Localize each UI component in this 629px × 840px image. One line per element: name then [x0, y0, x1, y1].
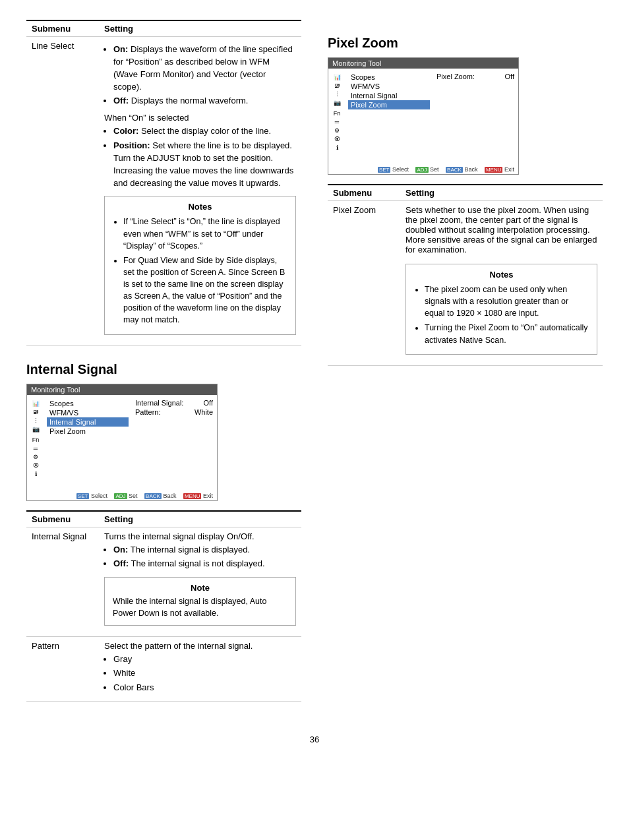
- line-select-submenu: Line Select: [26, 37, 99, 346]
- icon-wfm-p: 🖳: [331, 82, 343, 89]
- footer-btn-adj-1: ADJ: [114, 493, 127, 499]
- right-column: Pixel Zoom Monitoring Tool 📊 🖳 ⋮ 📷 Fn ═ …: [328, 20, 603, 715]
- menu-wfm-p: WFM/VS: [348, 82, 430, 91]
- menu-scopes-p: Scopes: [348, 73, 430, 82]
- content-row-pattern: Pattern: White: [135, 408, 213, 416]
- content-label-internal: Internal Signal:: [135, 399, 183, 407]
- note-text-internal: While the internal signal is displayed, …: [113, 595, 287, 619]
- internal-signal-setting: Turns the internal signal display On/Off…: [99, 527, 301, 636]
- table-row-pixel-zoom: Pixel Zoom Sets whether to use the pixel…: [328, 201, 603, 366]
- pixel-zoom-heading: Pixel Zoom: [328, 36, 603, 51]
- internal-signal-heading: Internal Signal: [26, 362, 301, 377]
- pattern-submenu: Pattern: [26, 636, 99, 702]
- icon-scopes: 📊: [30, 400, 42, 407]
- notes-box-pixel: Notes The pixel zoom can be used only wh…: [405, 264, 597, 355]
- monitor-icons-pixel: 📊 🖳 ⋮ 📷 Fn ═ ⚙ ⦿ ℹ: [328, 71, 345, 158]
- monitor-ui-internal-title: Monitoring Tool: [27, 384, 217, 395]
- menu-internal-p: Internal Signal: [348, 91, 430, 100]
- icon-circle1-p: ⦿: [331, 136, 343, 142]
- setting-header-1: Setting: [99, 20, 301, 37]
- note-item-pixel-2: Turning the Pixel Zoom to “On” automatic…: [425, 322, 589, 345]
- content-value-pixel: Off: [505, 73, 514, 80]
- pattern-white: White: [113, 667, 296, 680]
- notes-box-line-select: Notes If “Line Select” is “On,” the line…: [104, 196, 296, 334]
- icon-pq: ═: [30, 445, 42, 452]
- icon-fn: Fn: [30, 436, 42, 443]
- page-number: 36: [26, 735, 603, 744]
- table-row-pattern: Pattern Select the pattern of the intern…: [26, 636, 301, 702]
- footer-btn-back-1: BACK: [144, 493, 162, 499]
- note-box-internal: Note While the internal signal is displa…: [104, 577, 296, 625]
- monitor-ui-internal: Monitoring Tool 📊 🖳 ⋮ 📷 Fn ═ ⚙ ⦿ ℹ Scope…: [26, 384, 218, 501]
- content-row-pixel-zoom: Pixel Zoom: Off: [436, 73, 514, 80]
- monitor-content-pixel: Pixel Zoom: Off: [433, 71, 518, 158]
- icon-internal: ⋮: [30, 417, 42, 424]
- menu-internal-signal[interactable]: Internal Signal: [47, 417, 129, 427]
- notes-title: Notes: [113, 202, 287, 212]
- icon-gear-p: ⚙: [331, 127, 343, 134]
- pattern-setting: Select the pattern of the internal signa…: [99, 636, 301, 702]
- monitor-ui-pixel-body: 📊 🖳 ⋮ 📷 Fn ═ ⚙ ⦿ ℹ Scopes WFM/VS Interna…: [328, 69, 518, 174]
- icon-circle1: ⦿: [30, 462, 42, 469]
- line-select-table: Submenu Setting Line Select On: Displays…: [26, 20, 301, 346]
- monitor-content-internal: Internal Signal: Off Pattern: White: [131, 398, 217, 485]
- table-row: Line Select On: Displays the waveform of…: [26, 37, 301, 346]
- monitor-ui-pixel-title: Monitoring Tool: [328, 58, 518, 69]
- pattern-gray: Gray: [113, 653, 296, 666]
- submenu-header-3: Submenu: [328, 185, 400, 201]
- note-item: For Quad View and Side by Side displays,…: [123, 255, 287, 326]
- icon-fn-p: Fn: [331, 110, 343, 117]
- note-title-internal: Note: [113, 583, 287, 593]
- submenu-header-1: Submenu: [26, 20, 99, 37]
- icon-scopes-p: 📊: [331, 74, 343, 80]
- footer-btn-back-2: BACK: [446, 167, 463, 173]
- monitor-footer-internal: SET Select ADJ Set BACK Back MENU Exit: [71, 493, 213, 499]
- pixel-zoom-submenu: Pixel Zoom: [328, 201, 400, 366]
- monitor-footer-pixel: SET Select ADJ Set BACK Back MENU Exit: [373, 166, 514, 173]
- content-label-pixel: Pixel Zoom:: [436, 73, 475, 80]
- setting-header-3: Setting: [400, 185, 603, 201]
- notes-title-pixel: Notes: [414, 270, 589, 280]
- internal-signal-submenu: Internal Signal: [26, 527, 99, 636]
- pixel-zoom-table: Submenu Setting Pixel Zoom Sets whether …: [328, 184, 603, 366]
- line-select-setting: On: Displays the waveform of the line sp…: [99, 37, 301, 346]
- icon-gear: ⚙: [30, 454, 42, 460]
- page-layout: Submenu Setting Line Select On: Displays…: [26, 20, 603, 715]
- footer-btn-set-2: SET: [378, 167, 391, 173]
- content-row-internal-signal: Internal Signal: Off: [135, 399, 213, 407]
- note-item: If “Line Select” is “On,” the line is di…: [123, 216, 287, 251]
- content-value-internal: Off: [204, 399, 213, 407]
- monitor-menu-internal: Scopes WFM/VS Internal Signal Pixel Zoom: [44, 398, 131, 485]
- monitor-menu-pixel: Scopes WFM/VS Internal Signal Pixel Zoom: [345, 71, 433, 158]
- content-label-pattern: Pattern:: [135, 408, 161, 416]
- monitor-ui-pixel: Monitoring Tool 📊 🖳 ⋮ 📷 Fn ═ ⚙ ⦿ ℹ Scope…: [328, 57, 519, 175]
- note-item-pixel-1: The pixel zoom can be used only when sig…: [425, 284, 589, 319]
- icon-pixel: 📷: [30, 426, 42, 433]
- menu-scopes: Scopes: [47, 399, 129, 408]
- setting-header-2: Setting: [99, 511, 301, 527]
- footer-btn-set-1: SET: [76, 493, 90, 499]
- left-column: Submenu Setting Line Select On: Displays…: [26, 20, 301, 715]
- footer-btn-menu-1: MENU: [183, 493, 202, 499]
- pixel-zoom-setting: Sets whether to use the pixel zoom. When…: [400, 201, 603, 366]
- icon-internal-p: ⋮: [331, 91, 343, 98]
- menu-pixel-zoom-p[interactable]: Pixel Zoom: [348, 100, 430, 109]
- icon-wfm: 🖳: [30, 409, 42, 415]
- table-row-internal: Internal Signal Turns the internal signa…: [26, 527, 301, 636]
- footer-btn-menu-2: MENU: [485, 167, 503, 173]
- pattern-colorbars: Color Bars: [113, 682, 296, 694]
- icon-info-p: ℹ: [331, 144, 343, 151]
- menu-pixel-zoom: Pixel Zoom: [47, 427, 129, 436]
- menu-wfm: WFM/VS: [47, 408, 129, 417]
- footer-btn-adj-2: ADJ: [415, 167, 428, 173]
- icon-pixel-p: 📷: [331, 100, 343, 106]
- icon-info: ℹ: [30, 471, 42, 477]
- monitor-icons: 📊 🖳 ⋮ 📷 Fn ═ ⚙ ⦿ ℹ: [27, 398, 44, 485]
- submenu-header-2: Submenu: [26, 511, 99, 527]
- content-value-pattern: White: [195, 408, 213, 416]
- icon-pq-p: ═: [331, 119, 343, 125]
- monitor-ui-internal-body: 📊 🖳 ⋮ 📷 Fn ═ ⚙ ⦿ ℹ Scopes WFM/VS Interna…: [27, 395, 217, 500]
- internal-signal-table: Submenu Setting Internal Signal Turns th…: [26, 510, 301, 702]
